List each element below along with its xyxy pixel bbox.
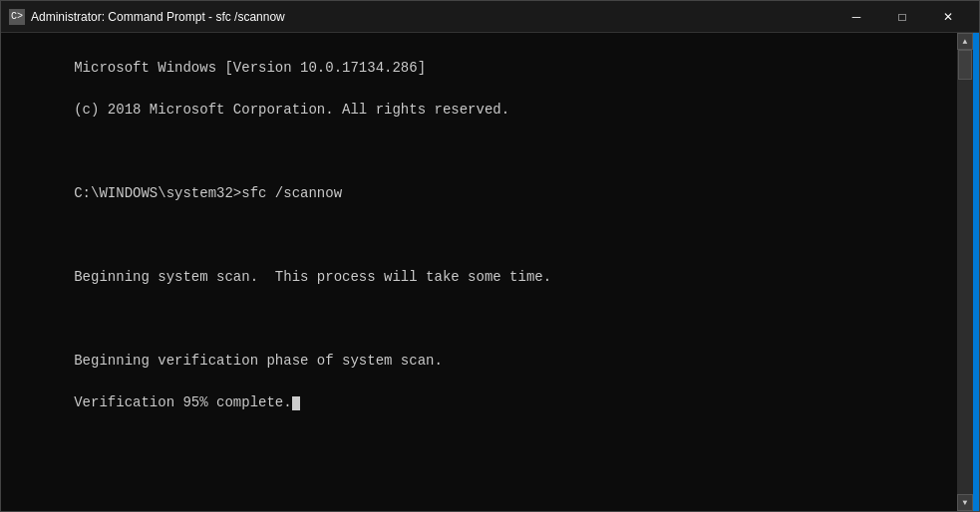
scroll-down-button[interactable]: ▼ [957, 494, 973, 511]
line-8: Beginning verification phase of system s… [74, 353, 443, 369]
close-button[interactable]: ✕ [925, 1, 971, 33]
minimize-button[interactable]: ─ [833, 1, 879, 33]
scrollbar-track[interactable] [957, 50, 973, 494]
app-icon: C> [9, 9, 25, 25]
titlebar-controls: ─ □ ✕ [833, 1, 971, 33]
titlebar: C> Administrator: Command Prompt - sfc /… [1, 1, 979, 33]
content-area: Microsoft Windows [Version 10.0.17134.28… [1, 33, 979, 511]
scrollbar[interactable]: ▲ ▼ [957, 33, 973, 511]
cursor [292, 396, 300, 410]
window-title: Administrator: Command Prompt - sfc /sca… [31, 10, 833, 24]
window: C> Administrator: Command Prompt - sfc /… [0, 0, 980, 512]
line-6: Beginning system scan. This process will… [74, 269, 551, 285]
scrollbar-thumb[interactable] [958, 50, 972, 80]
scroll-up-button[interactable]: ▲ [957, 33, 973, 50]
sidebar-accent [973, 33, 979, 511]
line-4: C:\WINDOWS\system32>sfc /scannow [74, 185, 342, 201]
maximize-button[interactable]: □ [879, 1, 925, 33]
line-1: Microsoft Windows [Version 10.0.17134.28… [74, 60, 426, 76]
terminal-output: Microsoft Windows [Version 10.0.17134.28… [7, 37, 951, 434]
terminal[interactable]: Microsoft Windows [Version 10.0.17134.28… [1, 33, 957, 511]
line-9: Verification 95% complete. [74, 394, 299, 410]
line-2: (c) 2018 Microsoft Corporation. All righ… [74, 102, 509, 118]
